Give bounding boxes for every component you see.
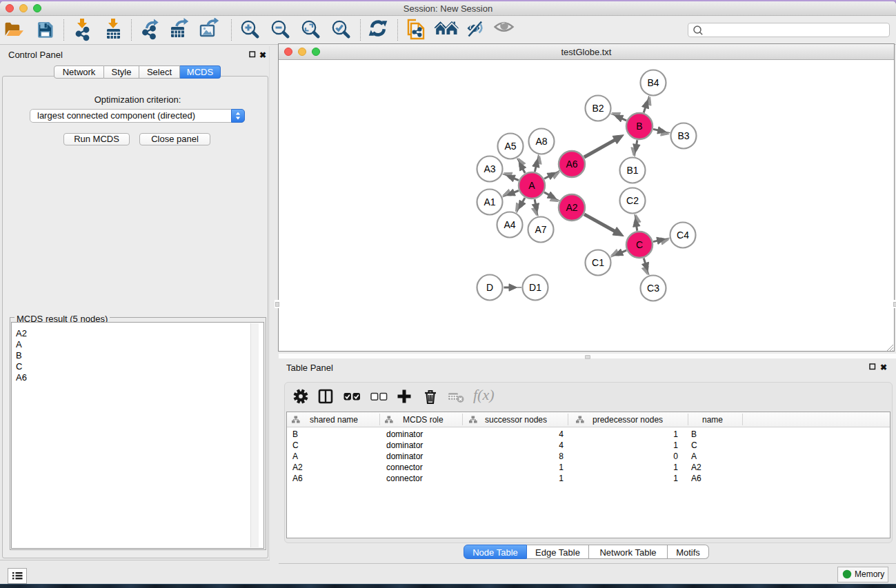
svg-text:B3: B3 [677, 130, 689, 141]
svg-text:A5: A5 [504, 141, 516, 152]
svg-text:D1: D1 [529, 282, 541, 293]
svg-text:A6: A6 [566, 159, 577, 170]
svg-text:D: D [486, 282, 493, 293]
svg-text:B: B [636, 121, 642, 132]
svg-text:A: A [528, 180, 535, 191]
svg-text:A8: A8 [535, 136, 547, 147]
svg-text:A1: A1 [484, 196, 495, 207]
svg-text:B4: B4 [647, 77, 659, 88]
svg-text:B2: B2 [592, 103, 604, 114]
svg-text:A7: A7 [535, 224, 546, 235]
svg-text:B1: B1 [626, 165, 638, 176]
svg-text:C: C [636, 239, 643, 250]
svg-text:A2: A2 [566, 202, 577, 213]
svg-text:C2: C2 [626, 195, 639, 206]
svg-text:C3: C3 [647, 283, 659, 294]
svg-text:A3: A3 [484, 163, 495, 174]
svg-text:C4: C4 [677, 230, 689, 241]
svg-text:A4: A4 [504, 219, 515, 230]
svg-text:C1: C1 [592, 257, 604, 268]
